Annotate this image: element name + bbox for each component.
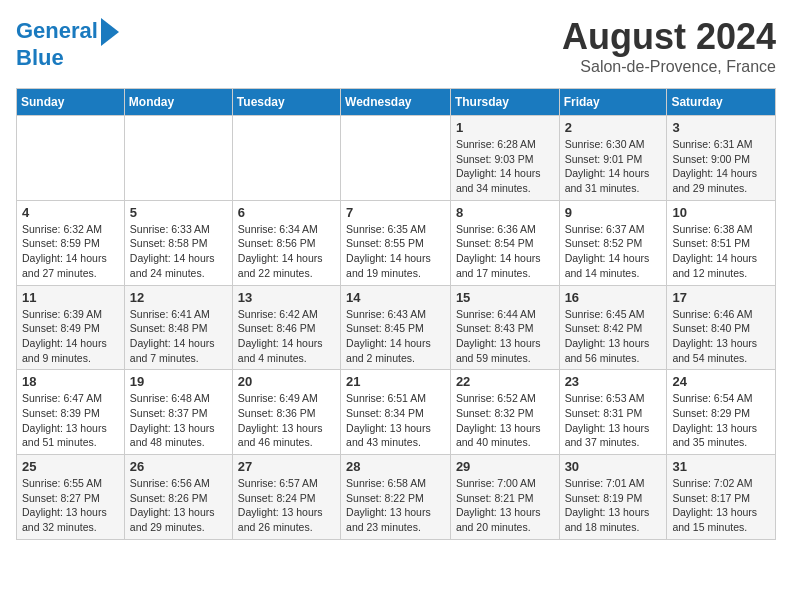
- weekday-header-monday: Monday: [124, 89, 232, 116]
- day-info: Sunrise: 6:30 AM Sunset: 9:01 PM Dayligh…: [565, 137, 662, 196]
- day-number: 3: [672, 120, 770, 135]
- day-number: 30: [565, 459, 662, 474]
- day-number: 22: [456, 374, 554, 389]
- weekday-header-friday: Friday: [559, 89, 667, 116]
- day-info: Sunrise: 6:34 AM Sunset: 8:56 PM Dayligh…: [238, 222, 335, 281]
- day-number: 5: [130, 205, 227, 220]
- day-info: Sunrise: 6:57 AM Sunset: 8:24 PM Dayligh…: [238, 476, 335, 535]
- calendar-cell: 21Sunrise: 6:51 AM Sunset: 8:34 PM Dayli…: [341, 370, 451, 455]
- calendar-cell: 16Sunrise: 6:45 AM Sunset: 8:42 PM Dayli…: [559, 285, 667, 370]
- day-number: 7: [346, 205, 445, 220]
- day-number: 6: [238, 205, 335, 220]
- logo-text-line2: Blue: [16, 46, 64, 70]
- day-info: Sunrise: 6:44 AM Sunset: 8:43 PM Dayligh…: [456, 307, 554, 366]
- calendar-cell: 3Sunrise: 6:31 AM Sunset: 9:00 PM Daylig…: [667, 116, 776, 201]
- day-number: 17: [672, 290, 770, 305]
- calendar-cell: 4Sunrise: 6:32 AM Sunset: 8:59 PM Daylig…: [17, 200, 125, 285]
- calendar-week-0: 1Sunrise: 6:28 AM Sunset: 9:03 PM Daylig…: [17, 116, 776, 201]
- calendar-cell: 22Sunrise: 6:52 AM Sunset: 8:32 PM Dayli…: [450, 370, 559, 455]
- day-number: 21: [346, 374, 445, 389]
- calendar-cell: 19Sunrise: 6:48 AM Sunset: 8:37 PM Dayli…: [124, 370, 232, 455]
- calendar-cell: 15Sunrise: 6:44 AM Sunset: 8:43 PM Dayli…: [450, 285, 559, 370]
- day-info: Sunrise: 6:58 AM Sunset: 8:22 PM Dayligh…: [346, 476, 445, 535]
- calendar-cell: 18Sunrise: 6:47 AM Sunset: 8:39 PM Dayli…: [17, 370, 125, 455]
- day-number: 15: [456, 290, 554, 305]
- day-info: Sunrise: 6:28 AM Sunset: 9:03 PM Dayligh…: [456, 137, 554, 196]
- day-number: 29: [456, 459, 554, 474]
- weekday-header-wednesday: Wednesday: [341, 89, 451, 116]
- day-number: 14: [346, 290, 445, 305]
- day-number: 10: [672, 205, 770, 220]
- day-info: Sunrise: 6:49 AM Sunset: 8:36 PM Dayligh…: [238, 391, 335, 450]
- calendar-cell: 17Sunrise: 6:46 AM Sunset: 8:40 PM Dayli…: [667, 285, 776, 370]
- day-info: Sunrise: 6:41 AM Sunset: 8:48 PM Dayligh…: [130, 307, 227, 366]
- logo-arrow-icon: [101, 18, 119, 46]
- day-info: Sunrise: 6:37 AM Sunset: 8:52 PM Dayligh…: [565, 222, 662, 281]
- day-number: 26: [130, 459, 227, 474]
- day-info: Sunrise: 6:39 AM Sunset: 8:49 PM Dayligh…: [22, 307, 119, 366]
- weekday-header-saturday: Saturday: [667, 89, 776, 116]
- day-number: 20: [238, 374, 335, 389]
- calendar-cell: 6Sunrise: 6:34 AM Sunset: 8:56 PM Daylig…: [232, 200, 340, 285]
- day-info: Sunrise: 6:48 AM Sunset: 8:37 PM Dayligh…: [130, 391, 227, 450]
- day-info: Sunrise: 6:33 AM Sunset: 8:58 PM Dayligh…: [130, 222, 227, 281]
- day-info: Sunrise: 6:51 AM Sunset: 8:34 PM Dayligh…: [346, 391, 445, 450]
- day-info: Sunrise: 6:32 AM Sunset: 8:59 PM Dayligh…: [22, 222, 119, 281]
- day-info: Sunrise: 7:02 AM Sunset: 8:17 PM Dayligh…: [672, 476, 770, 535]
- calendar-body: 1Sunrise: 6:28 AM Sunset: 9:03 PM Daylig…: [17, 116, 776, 540]
- page-header: General Blue August 2024 Salon-de-Proven…: [16, 16, 776, 76]
- day-number: 9: [565, 205, 662, 220]
- day-number: 13: [238, 290, 335, 305]
- calendar-table: SundayMondayTuesdayWednesdayThursdayFrid…: [16, 88, 776, 540]
- calendar-cell: 26Sunrise: 6:56 AM Sunset: 8:26 PM Dayli…: [124, 455, 232, 540]
- weekday-header-row: SundayMondayTuesdayWednesdayThursdayFrid…: [17, 89, 776, 116]
- day-info: Sunrise: 6:53 AM Sunset: 8:31 PM Dayligh…: [565, 391, 662, 450]
- calendar-cell: 1Sunrise: 6:28 AM Sunset: 9:03 PM Daylig…: [450, 116, 559, 201]
- calendar-cell: 12Sunrise: 6:41 AM Sunset: 8:48 PM Dayli…: [124, 285, 232, 370]
- calendar-cell: 10Sunrise: 6:38 AM Sunset: 8:51 PM Dayli…: [667, 200, 776, 285]
- logo-text-line1: General: [16, 19, 98, 43]
- location-subtitle: Salon-de-Provence, France: [562, 58, 776, 76]
- calendar-cell: 27Sunrise: 6:57 AM Sunset: 8:24 PM Dayli…: [232, 455, 340, 540]
- day-number: 18: [22, 374, 119, 389]
- day-info: Sunrise: 6:36 AM Sunset: 8:54 PM Dayligh…: [456, 222, 554, 281]
- day-number: 12: [130, 290, 227, 305]
- day-info: Sunrise: 6:47 AM Sunset: 8:39 PM Dayligh…: [22, 391, 119, 450]
- calendar-cell: 28Sunrise: 6:58 AM Sunset: 8:22 PM Dayli…: [341, 455, 451, 540]
- calendar-cell: [341, 116, 451, 201]
- day-info: Sunrise: 6:54 AM Sunset: 8:29 PM Dayligh…: [672, 391, 770, 450]
- day-number: 8: [456, 205, 554, 220]
- weekday-header-tuesday: Tuesday: [232, 89, 340, 116]
- day-info: Sunrise: 7:00 AM Sunset: 8:21 PM Dayligh…: [456, 476, 554, 535]
- calendar-cell: 25Sunrise: 6:55 AM Sunset: 8:27 PM Dayli…: [17, 455, 125, 540]
- day-info: Sunrise: 7:01 AM Sunset: 8:19 PM Dayligh…: [565, 476, 662, 535]
- calendar-cell: [17, 116, 125, 201]
- calendar-cell: 9Sunrise: 6:37 AM Sunset: 8:52 PM Daylig…: [559, 200, 667, 285]
- calendar-cell: 31Sunrise: 7:02 AM Sunset: 8:17 PM Dayli…: [667, 455, 776, 540]
- day-info: Sunrise: 6:45 AM Sunset: 8:42 PM Dayligh…: [565, 307, 662, 366]
- calendar-cell: 20Sunrise: 6:49 AM Sunset: 8:36 PM Dayli…: [232, 370, 340, 455]
- day-number: 16: [565, 290, 662, 305]
- day-info: Sunrise: 6:52 AM Sunset: 8:32 PM Dayligh…: [456, 391, 554, 450]
- day-number: 27: [238, 459, 335, 474]
- day-info: Sunrise: 6:55 AM Sunset: 8:27 PM Dayligh…: [22, 476, 119, 535]
- title-block: August 2024 Salon-de-Provence, France: [562, 16, 776, 76]
- calendar-cell: 13Sunrise: 6:42 AM Sunset: 8:46 PM Dayli…: [232, 285, 340, 370]
- calendar-cell: 2Sunrise: 6:30 AM Sunset: 9:01 PM Daylig…: [559, 116, 667, 201]
- month-title: August 2024: [562, 16, 776, 58]
- calendar-week-2: 11Sunrise: 6:39 AM Sunset: 8:49 PM Dayli…: [17, 285, 776, 370]
- calendar-week-1: 4Sunrise: 6:32 AM Sunset: 8:59 PM Daylig…: [17, 200, 776, 285]
- day-info: Sunrise: 6:38 AM Sunset: 8:51 PM Dayligh…: [672, 222, 770, 281]
- calendar-week-4: 25Sunrise: 6:55 AM Sunset: 8:27 PM Dayli…: [17, 455, 776, 540]
- calendar-cell: 23Sunrise: 6:53 AM Sunset: 8:31 PM Dayli…: [559, 370, 667, 455]
- day-info: Sunrise: 6:42 AM Sunset: 8:46 PM Dayligh…: [238, 307, 335, 366]
- day-number: 19: [130, 374, 227, 389]
- day-number: 4: [22, 205, 119, 220]
- calendar-cell: 30Sunrise: 7:01 AM Sunset: 8:19 PM Dayli…: [559, 455, 667, 540]
- day-number: 31: [672, 459, 770, 474]
- calendar-cell: 5Sunrise: 6:33 AM Sunset: 8:58 PM Daylig…: [124, 200, 232, 285]
- calendar-cell: 29Sunrise: 7:00 AM Sunset: 8:21 PM Dayli…: [450, 455, 559, 540]
- day-info: Sunrise: 6:43 AM Sunset: 8:45 PM Dayligh…: [346, 307, 445, 366]
- day-number: 1: [456, 120, 554, 135]
- calendar-cell: 24Sunrise: 6:54 AM Sunset: 8:29 PM Dayli…: [667, 370, 776, 455]
